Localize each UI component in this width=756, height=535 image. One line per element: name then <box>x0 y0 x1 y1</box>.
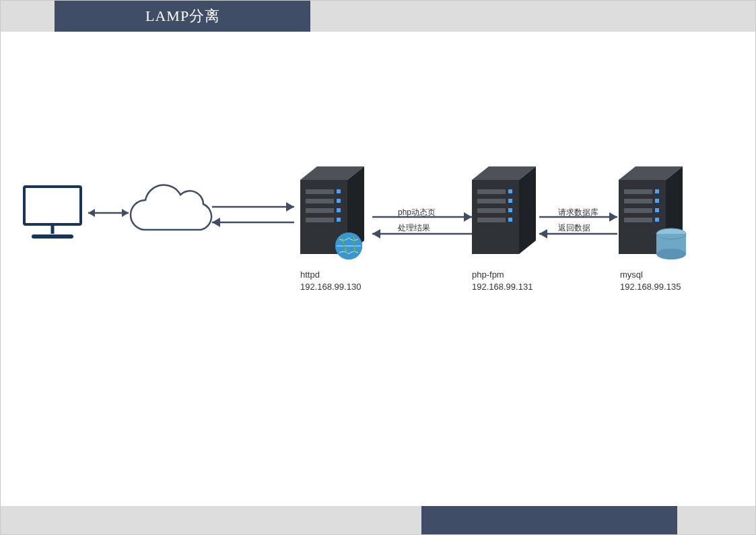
phpfpm-server-icon <box>472 166 536 254</box>
httpd-name: httpd <box>300 269 361 281</box>
edge-phpfpm-mysql-fwd-label: 请求数据库 <box>558 207 598 218</box>
diagram-canvas: httpd 192.168.99.130 php-fpm 192.168.99.… <box>1 32 755 506</box>
svg-rect-26 <box>24 187 81 224</box>
footer-accent <box>421 506 677 534</box>
phpfpm-ip: 192.168.99.131 <box>472 281 532 293</box>
page-title: LAMP分离 <box>55 1 310 32</box>
svg-point-32 <box>656 249 686 259</box>
mysql-name: mysql <box>620 269 681 281</box>
edge-httpd-phpfpm-fwd-label: php动态页 <box>398 207 436 218</box>
client-monitor-icon <box>24 187 81 237</box>
page-title-text: LAMP分离 <box>145 6 220 26</box>
httpd-label: httpd 192.168.99.130 <box>300 269 361 293</box>
page-frame: LAMP分离 <box>0 0 756 535</box>
edge-httpd-phpfpm-back-label: 处理结果 <box>398 222 430 234</box>
phpfpm-name: php-fpm <box>472 269 532 281</box>
httpd-ip: 192.168.99.130 <box>300 281 361 293</box>
mysql-server-icon <box>619 166 686 259</box>
cloud-icon <box>131 185 211 230</box>
edge-phpfpm-mysql-back-label: 返回数据 <box>558 222 590 234</box>
mysql-ip: 192.168.99.135 <box>620 281 681 293</box>
mysql-label: mysql 192.168.99.135 <box>620 269 681 293</box>
httpd-server-icon <box>300 166 364 259</box>
phpfpm-label: php-fpm 192.168.99.131 <box>472 269 532 293</box>
